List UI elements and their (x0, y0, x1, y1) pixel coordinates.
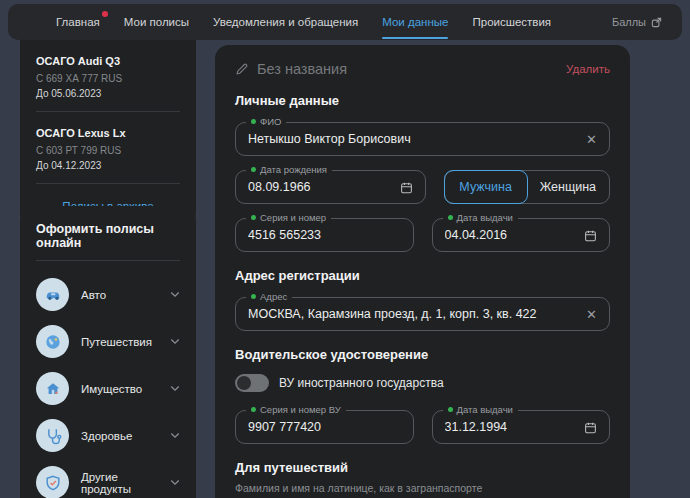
passport-number-value[interactable]: 4516 565233 (248, 228, 401, 242)
top-nav: Главная Мои полисы Уведомления и обращен… (8, 4, 682, 40)
nav-item-my-data-label: Мои данные (382, 16, 448, 28)
product-label: Путешествия (81, 336, 158, 348)
license-issue-date-label: Дата выдачи (443, 404, 518, 415)
fio-field[interactable]: ФИО Нетыкшо Виктор Борисович ✕ (235, 122, 610, 156)
fio-value[interactable]: Нетыкшо Виктор Борисович (248, 132, 578, 146)
product-item-health[interactable]: Здоровье (36, 412, 180, 459)
nav-item-my-data[interactable]: Мои данные (382, 16, 448, 28)
delete-button[interactable]: Удалить (566, 63, 610, 75)
filled-dot-icon (448, 215, 453, 220)
product-label: Имущество (81, 383, 158, 395)
chevron-down-icon (170, 385, 180, 392)
toggle-knob (237, 376, 251, 390)
foreign-license-toggle-label: ВУ иностранного государства (279, 376, 444, 390)
toggle-switch[interactable] (235, 374, 269, 392)
product-item-other[interactable]: Другие продукты (36, 459, 180, 498)
passport-number-label-text: Серия и номер (260, 212, 326, 223)
policy-plate: С 603 РТ 799 RUS (36, 145, 180, 156)
policies-card: ОСАГО Audi Q3 С 669 ХА 777 RUS До 05.06.… (20, 40, 196, 226)
license-issue-date-value[interactable]: 31.12.1994 (445, 420, 577, 434)
address-label-text: Адрес (260, 291, 287, 302)
nav-item-policies-label: Мои полисы (124, 16, 189, 28)
address-section-heading: Адрес регистрации (235, 268, 610, 283)
product-item-property[interactable]: Имущество (36, 365, 180, 412)
policy-item-lexus[interactable]: ОСАГО Lexus Lx С 603 РТ 799 RUS До 04.12… (36, 122, 180, 173)
products-card: Оформить полисы онлайн Авто Путешествия … (20, 206, 196, 498)
clear-icon[interactable]: ✕ (586, 133, 597, 146)
pencil-icon (235, 62, 249, 76)
house-icon (36, 372, 69, 405)
birth-date-label-text: Дата рождения (260, 164, 327, 175)
chevron-down-icon (170, 338, 180, 345)
points-label: Баллы (612, 16, 646, 28)
car-icon (36, 278, 69, 311)
filled-dot-icon (251, 215, 256, 220)
address-value[interactable]: МОСКВА, Карамзина проезд, д. 1, корп. 3,… (248, 307, 578, 321)
nav-item-home[interactable]: Главная (56, 16, 100, 28)
license-number-value[interactable]: 9907 777420 (248, 420, 401, 434)
profile-form-card: Без названия Удалить Личные данные ФИО Н… (215, 45, 630, 498)
birth-date-value[interactable]: 08.09.1966 (248, 180, 392, 194)
external-link-icon (651, 17, 662, 28)
gender-option-female[interactable]: Женщина (527, 171, 609, 203)
filled-dot-icon (251, 167, 256, 172)
clear-icon[interactable]: ✕ (586, 308, 597, 321)
policy-item-audi[interactable]: ОСАГО Audi Q3 С 669 ХА 777 RUS До 05.06.… (36, 50, 180, 101)
notification-dot (102, 11, 108, 17)
points-link[interactable]: Баллы (612, 16, 662, 28)
filled-dot-icon (448, 407, 453, 412)
nav-item-home-label: Главная (56, 16, 100, 28)
policy-plate: С 669 ХА 777 RUS (36, 73, 180, 84)
product-label: Здоровье (81, 430, 158, 442)
nav-item-incidents[interactable]: Происшествия (472, 16, 551, 28)
personal-section-heading: Личные данные (235, 93, 610, 108)
product-item-auto[interactable]: Авто (36, 271, 180, 318)
gender-segmented-control: Мужчина Женщина (444, 170, 611, 204)
chevron-down-icon (170, 432, 180, 439)
product-item-travel[interactable]: Путешествия (36, 318, 180, 365)
travel-section-heading: Для путешествий (235, 460, 610, 475)
chevron-down-icon (170, 291, 180, 298)
gender-option-male[interactable]: Мужчина (444, 170, 528, 204)
nav-item-incidents-label: Происшествия (472, 16, 551, 28)
birth-date-field[interactable]: Дата рождения 08.09.1966 (235, 170, 426, 204)
filled-dot-icon (251, 407, 256, 412)
calendar-icon[interactable] (584, 421, 597, 434)
policy-title: ОСАГО Lexus Lx (36, 127, 180, 139)
passport-issue-date-label-text: Дата выдачи (457, 212, 513, 223)
foreign-license-toggle-row: ВУ иностранного государства (235, 374, 610, 392)
address-field[interactable]: Адрес МОСКВА, Карамзина проезд, д. 1, ко… (235, 297, 610, 331)
globe-icon (36, 325, 69, 358)
passport-issue-date-value[interactable]: 04.04.2016 (445, 228, 577, 242)
divider (36, 260, 180, 261)
calendar-icon[interactable] (584, 229, 597, 242)
products-card-title: Оформить полисы онлайн (36, 222, 180, 250)
nav-item-notifications[interactable]: Уведомления и обращения (213, 16, 358, 28)
license-section-heading: Водительское удостоверение (235, 347, 610, 362)
filled-dot-icon (251, 294, 256, 299)
profile-name-placeholder: Без названия (257, 61, 347, 77)
policy-title: ОСАГО Audi Q3 (36, 55, 180, 67)
policy-until: До 05.06.2023 (36, 88, 180, 99)
license-number-field[interactable]: Серия и номер ВУ 9907 777420 (235, 410, 414, 444)
passport-issue-date-label: Дата выдачи (443, 212, 518, 223)
product-label: Другие продукты (81, 471, 158, 495)
passport-issue-date-field[interactable]: Дата выдачи 04.04.2016 (432, 218, 611, 252)
nav-item-notifications-label: Уведомления и обращения (213, 16, 358, 28)
address-label: Адрес (246, 291, 292, 302)
divider (36, 111, 180, 112)
license-issue-date-field[interactable]: Дата выдачи 31.12.1994 (432, 410, 611, 444)
fio-label-text: ФИО (260, 116, 281, 127)
nav-item-policies[interactable]: Мои полисы (124, 16, 189, 28)
fio-label: ФИО (246, 116, 286, 127)
filled-dot-icon (251, 119, 256, 124)
passport-number-label: Серия и номер (246, 212, 331, 223)
divider (36, 183, 180, 184)
shield-icon (36, 466, 69, 498)
birth-date-label: Дата рождения (246, 164, 332, 175)
profile-name-field[interactable]: Без названия (235, 61, 347, 77)
passport-number-field[interactable]: Серия и номер 4516 565233 (235, 218, 414, 252)
license-number-label-text: Серия и номер ВУ (260, 404, 341, 415)
calendar-icon[interactable] (400, 181, 413, 194)
travel-section-subtitle: Фамилия и имя на латинице, как в загранп… (235, 482, 610, 494)
